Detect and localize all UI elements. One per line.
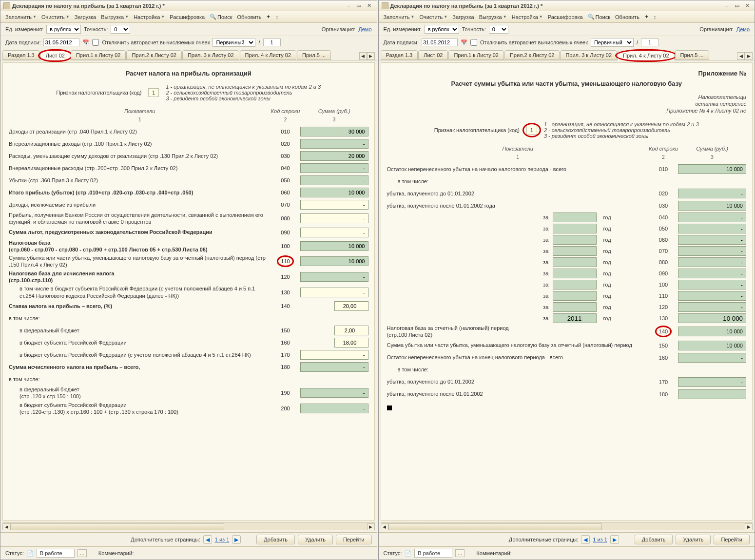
add-button[interactable]: Добавить [635,535,673,544]
hscrollbar[interactable]: ◀ ▶ [381,522,753,530]
unit-select[interactable]: в рублях [425,25,459,34]
primary-select[interactable]: Первичный [213,38,255,47]
add-button[interactable]: Добавить [256,535,295,544]
scroll-right-icon[interactable]: ▶ [745,523,753,530]
value-input[interactable] [300,362,368,372]
org-link[interactable]: Демо [736,26,750,32]
value-input[interactable] [678,313,746,323]
prec-select[interactable]: 0 [489,25,508,34]
value-input[interactable] [678,164,746,174]
value-input[interactable] [300,151,368,161]
tab-section-1-3[interactable]: Раздел 1.3 [381,50,418,60]
load-button[interactable]: Загрузка [450,13,476,21]
go-button[interactable]: Перейти [714,535,750,544]
tab-pril1[interactable]: Прил.1 к Листу 02 [448,50,504,60]
tab-scroll-left-icon[interactable]: ◀ [737,52,745,60]
value-input[interactable] [678,377,746,387]
status-value[interactable]: В работе [37,549,75,558]
date-input[interactable] [43,39,79,46]
status-value[interactable]: В работе [414,549,452,558]
value-input[interactable] [678,201,746,211]
value-input[interactable] [300,350,368,360]
year-input[interactable] [553,280,597,290]
year-input[interactable] [553,257,597,267]
maximize-icon[interactable]: ▭ [354,2,363,9]
scroll-right-icon[interactable]: ▶ [367,523,375,530]
value-input[interactable] [678,353,746,363]
close-icon[interactable]: ✕ [365,2,374,9]
decode-button[interactable]: Расшифровка [168,13,207,21]
page-next-icon[interactable]: ▶ [232,535,241,544]
refresh-button[interactable]: Обновить [235,13,264,21]
date-picker-icon[interactable]: 📅 [461,39,467,46]
value-input[interactable] [678,327,746,336]
year-input[interactable] [553,313,597,323]
close-icon[interactable]: ✕ [743,2,752,9]
value-input[interactable] [678,235,746,245]
del-button[interactable]: Удалить [298,535,333,544]
tab-pril4[interactable]: Прил. 4 к Листу 02 [618,51,675,60]
tab-section-1-3[interactable]: Раздел 1.3 [2,50,40,60]
year-input[interactable] [553,302,597,312]
value-input[interactable] [678,291,746,301]
tab-scroll-right-icon[interactable]: ▶ [367,52,375,60]
year-input[interactable] [553,291,597,301]
org-link[interactable]: Демо [358,26,371,32]
year-input[interactable] [553,224,597,233]
tab-scroll-right-icon[interactable]: ▶ [745,52,753,60]
value-input[interactable] [678,189,746,198]
page-input[interactable] [641,39,658,46]
find-button[interactable]: 🔍Поиск [586,13,612,21]
minimize-icon[interactable]: – [344,2,353,9]
value-input[interactable] [300,163,368,173]
value-input[interactable] [300,188,368,197]
scroll-left-icon[interactable]: ◀ [381,523,388,530]
tab-pril1[interactable]: Прил.1 к Листу 02 [71,50,126,60]
date-input[interactable] [422,39,458,46]
value-input[interactable] [334,301,368,311]
refresh-button[interactable]: Обновить [613,13,641,21]
pager-link[interactable]: 1 из 1 [215,537,230,542]
setup-button[interactable]: Настройка▼ [132,13,167,21]
extra1-icon[interactable]: ✦ [264,13,272,21]
tab-pril5[interactable]: Прил.5 ... [675,50,709,60]
value-input[interactable] [678,341,746,350]
fill-button[interactable]: Заполнить▼ [382,13,417,21]
tab-list-02[interactable]: Лист 02 [418,50,448,60]
fill-button[interactable]: Заполнить▼ [3,13,39,21]
status-more-button[interactable]: ... [455,549,465,557]
pager-link[interactable]: 1 из 1 [593,537,607,542]
value-input[interactable] [334,338,368,348]
tab-pril4[interactable]: Прил. 4 к Листу 02 [240,50,297,60]
unit-select[interactable]: в рублях [46,25,81,34]
extra2-icon[interactable]: ↕ [273,13,280,21]
year-input[interactable] [553,235,597,245]
extra2-icon[interactable]: ↕ [652,13,658,21]
page-input[interactable] [263,39,281,46]
export-button[interactable]: Выгрузка▼ [477,13,509,21]
decode-button[interactable]: Расшифровка [546,13,585,21]
value-input[interactable] [300,175,368,185]
minimize-icon[interactable]: – [722,2,731,9]
value-input[interactable] [300,272,368,282]
date-picker-icon[interactable]: 📅 [82,39,89,46]
value-input[interactable] [678,212,746,222]
del-button[interactable]: Удалить [676,535,711,544]
status-more-button[interactable]: ... [77,549,87,557]
year-input[interactable] [553,269,597,278]
value-input[interactable] [300,288,368,297]
load-button[interactable]: Загрузка [73,13,98,21]
find-button[interactable]: 🔍Поиск [208,13,234,21]
hscrollbar[interactable]: ◀ ▶ [2,522,375,530]
year-input[interactable] [553,212,597,222]
tab-pril5[interactable]: Прил.5 ... [297,50,331,60]
value-input[interactable] [678,257,746,267]
value-input[interactable] [678,269,746,278]
export-button[interactable]: Выгрузка▼ [99,13,131,21]
sign-value[interactable]: 1 [148,88,159,97]
tab-pril3[interactable]: Прил. 3 к Листу 02 [182,50,239,60]
maximize-icon[interactable]: ▭ [733,2,741,9]
page-prev-icon[interactable]: ◀ [581,535,590,544]
autorecalc-checkbox[interactable] [92,39,99,46]
prec-select[interactable]: 0 [111,25,130,34]
